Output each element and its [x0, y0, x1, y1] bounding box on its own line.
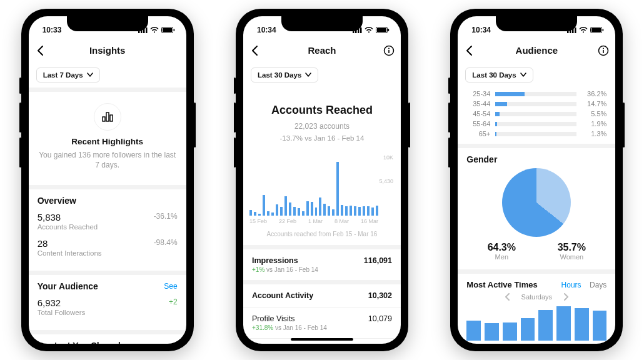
reach-bar-chart: 10K 5,430 [249, 154, 395, 216]
info-button[interactable] [383, 39, 395, 62]
x-axis-labels: 15 Feb22 Feb1 Mar8 Mar16 Mar [249, 218, 378, 224]
row-value: 116,091 [364, 256, 392, 265]
chart-bar [367, 206, 370, 216]
age-pct: 5.5% [581, 110, 606, 118]
metric-value: 5,838 [38, 212, 98, 222]
reach-hero-delta: -13.7% vs Jan 16 - Feb 14 [249, 134, 395, 142]
your-audience-heading: Your Audience [38, 281, 98, 291]
battery-icon [590, 27, 604, 33]
overview-content-interactions[interactable]: 28 Content Interactions -98.4% [38, 238, 178, 257]
age-pct: 36.2% [581, 90, 606, 98]
metric-label: Content Interactions [38, 249, 102, 257]
chart-bar [556, 306, 571, 341]
age-label: 45-54 [466, 110, 490, 118]
date-range-selector[interactable]: Last 30 Days [251, 68, 318, 82]
chart-bar [298, 208, 300, 216]
chart-bar [341, 205, 343, 216]
reach-hero-title: Accounts Reached [249, 104, 395, 117]
highlights-body: You gained 136 more followers in the las… [39, 150, 176, 170]
svg-point-26 [583, 31, 584, 32]
highlights-heading: Recent Highlights [39, 137, 176, 146]
chart-bar [376, 206, 378, 216]
prev-day-button[interactable] [504, 293, 511, 301]
row-label: Impressions [252, 256, 318, 265]
profile-visits-row[interactable]: Profile Visits +31.8% vs Jan 16 - Feb 14… [243, 307, 401, 338]
svg-point-15 [368, 31, 370, 32]
row-delta-ref: vs Jan 16 - Feb 14 [266, 266, 318, 273]
svg-rect-9 [106, 112, 109, 121]
back-button[interactable] [249, 39, 261, 62]
age-row: 65+1.3% [458, 129, 615, 139]
chart-bar [575, 308, 589, 341]
chart-bar [280, 207, 283, 216]
x-tick: 12a [466, 343, 476, 344]
overview-accounts-reached[interactable]: 5,838 Accounts Reached -36.1% [38, 212, 178, 231]
next-day-button[interactable] [562, 293, 570, 301]
x-tick: 1 Mar [308, 218, 323, 224]
battery-icon [376, 27, 390, 33]
x-tick: 3a [488, 343, 494, 344]
row-delta: +1% [252, 266, 264, 273]
x-tick: 15 Feb [249, 218, 267, 224]
gender-heading: Gender [466, 154, 606, 164]
tab-hours[interactable]: Hours [561, 281, 581, 289]
age-row: 25-3436.2% [458, 89, 615, 99]
back-button[interactable] [35, 39, 46, 62]
page-title: Reach [308, 45, 336, 56]
active-day: Saturdays [521, 293, 553, 301]
battery-icon [161, 27, 175, 33]
chart-bar [538, 310, 553, 341]
x-tick: 22 Feb [279, 218, 296, 224]
most-active-heading: Most Active Times [466, 280, 537, 289]
chart-bar [371, 208, 374, 216]
date-range-label: Last 30 Days [472, 71, 516, 79]
gender-women-pct: 35.7% [558, 242, 586, 253]
account-activity-row[interactable]: Account Activity 10,302 [243, 280, 401, 307]
svg-rect-10 [110, 115, 113, 121]
audience-total-followers[interactable]: 6,932 Total Followers +2 [38, 298, 178, 316]
reach-hero-count: 22,023 accounts [249, 122, 395, 131]
chart-bar [485, 323, 499, 341]
date-range-selector[interactable]: Last 30 Days [465, 68, 533, 82]
wifi-icon [365, 27, 373, 33]
see-all-link[interactable]: See [164, 282, 177, 291]
chart-bar [267, 211, 269, 216]
x-tick: 6p [582, 343, 588, 344]
chart-bar [593, 311, 607, 341]
chevron-down-icon [305, 72, 311, 78]
chart-bar [350, 206, 352, 216]
chart-caption: Accounts reached from Feb 15 - Mar 16 [243, 231, 401, 238]
row-value: 10,079 [368, 314, 392, 323]
chart-bar [521, 318, 535, 341]
chart-bar [358, 207, 361, 216]
svg-rect-28 [591, 28, 601, 32]
age-row: 35-4414.7% [458, 99, 615, 109]
chevron-down-icon [520, 72, 526, 78]
date-range-selector[interactable]: Last 7 Days [36, 68, 100, 82]
impressions-row[interactable]: Impressions +1% vs Jan 16 - Feb 14 116,0… [243, 245, 401, 280]
chevron-down-icon [87, 72, 93, 78]
y-tick: 5,430 [379, 178, 393, 184]
age-pct: 14.7% [581, 100, 606, 108]
back-button[interactable] [464, 39, 475, 62]
svg-rect-11 [353, 31, 355, 33]
date-range-label: Last 7 Days [43, 71, 83, 79]
chart-bar [263, 195, 265, 216]
age-track [495, 92, 576, 96]
svg-rect-3 [146, 28, 148, 33]
svg-rect-8 [103, 117, 105, 121]
svg-rect-7 [173, 29, 174, 31]
most-active-bar-chart [466, 303, 606, 341]
status-time: 10:34 [471, 26, 491, 34]
age-label: 25-34 [466, 90, 490, 98]
svg-point-4 [154, 31, 155, 32]
tab-days[interactable]: Days [590, 281, 606, 289]
home-indicator[interactable] [291, 338, 353, 341]
chart-bar [503, 322, 517, 341]
content-shared-heading: Content You Shared [38, 341, 178, 344]
svg-point-31 [603, 48, 604, 49]
metric-delta: -98.4% [154, 238, 178, 247]
age-row: 45-545.5% [458, 109, 615, 119]
svg-rect-14 [360, 28, 362, 33]
info-button[interactable] [598, 39, 609, 62]
